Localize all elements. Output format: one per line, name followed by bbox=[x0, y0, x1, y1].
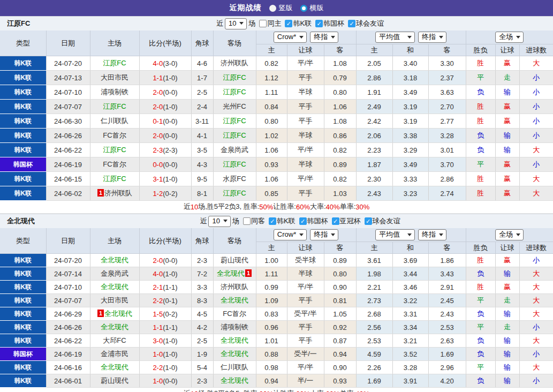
away-team-cell: 江原FC bbox=[213, 129, 256, 143]
checkbox-unchecked-icon[interactable]: ✓ bbox=[259, 20, 267, 27]
odds-cell: 0.89 bbox=[324, 157, 356, 172]
odds-cell: 3.49 bbox=[392, 157, 428, 172]
odds-cell: 2.42 bbox=[356, 114, 392, 129]
checkbox-checked-icon[interactable]: ✓ bbox=[315, 20, 323, 27]
checkbox-checked-icon[interactable]: ✓ bbox=[269, 217, 276, 225]
home-team-cell: 1全北现代 bbox=[90, 307, 139, 321]
type-cell: 韩K联 bbox=[0, 143, 46, 157]
half-time-score: (0-0) bbox=[163, 88, 177, 96]
score-cell: 2-2(0-1) bbox=[139, 294, 191, 307]
result-cell: 赢 bbox=[495, 100, 519, 114]
filter-checkbox-3[interactable]: ✓亚冠杯 bbox=[332, 216, 361, 226]
half-time-score: (0-0) bbox=[163, 132, 177, 140]
crow-select-value: Crow* bbox=[277, 33, 296, 41]
result-cell: 胜 bbox=[466, 114, 495, 129]
crow-select[interactable]: Crow* bbox=[274, 32, 307, 43]
col-header-4: 角球 bbox=[191, 228, 213, 254]
away-team-cell: 蔚山现代 bbox=[213, 254, 256, 267]
checkbox-label: 韩国杯 bbox=[307, 216, 328, 226]
date-cell: 24-06-16 bbox=[46, 361, 90, 374]
filter-checkbox-4[interactable]: ✓球会友谊 bbox=[365, 216, 400, 226]
result-cell: 输 bbox=[495, 361, 519, 374]
score-cell: 1-2(0-2) bbox=[139, 186, 191, 201]
filter-checkbox-2[interactable]: ✓韩国杯 bbox=[315, 19, 344, 28]
score-cell: 4-0(1-0) bbox=[139, 267, 191, 281]
radio-vertical-icon[interactable] bbox=[269, 5, 276, 12]
odds-cell: 3.61 bbox=[356, 254, 392, 267]
filter-checkbox-1[interactable]: ✓韩K联 bbox=[269, 216, 296, 226]
average-select[interactable]: 平均值 bbox=[375, 32, 415, 43]
radio-option-vertical[interactable]: 竖版 bbox=[269, 3, 293, 13]
score-cell: 3-1(1-0) bbox=[139, 172, 191, 186]
checkbox-checked-icon[interactable]: ✓ bbox=[365, 217, 372, 225]
radio-horizontal-icon[interactable] bbox=[300, 5, 307, 12]
result-cell: 小 bbox=[519, 374, 553, 388]
score-cell: 0-1(0-0) bbox=[139, 114, 191, 129]
odds-cell: 4.59 bbox=[356, 348, 392, 361]
checkbox-unchecked-icon[interactable]: ✓ bbox=[243, 217, 251, 225]
games-count-select[interactable]: 10 bbox=[225, 18, 247, 29]
odds-cell: 3.69 bbox=[392, 254, 428, 267]
result-cell: 赢 bbox=[495, 157, 519, 172]
result-cell: 赢 bbox=[495, 254, 519, 267]
full-match-select[interactable]: 全场 bbox=[495, 32, 524, 43]
checkbox-checked-icon[interactable]: ✓ bbox=[332, 217, 339, 225]
away-team-cell: 济州联队 bbox=[213, 56, 256, 71]
away-team-cell: 全北现代 bbox=[213, 294, 256, 307]
home-team-name: 江原FC bbox=[103, 175, 126, 183]
summary-label: 近 bbox=[184, 202, 191, 212]
result-cell: 负 bbox=[466, 334, 495, 348]
odds-cell: 2.73 bbox=[356, 294, 392, 307]
odds-cell: 0.82 bbox=[256, 56, 287, 71]
full-time-score: 3-1 bbox=[153, 175, 163, 183]
summary-value: 10 bbox=[191, 390, 198, 392]
radio-option-horizontal[interactable]: 横版 bbox=[300, 3, 324, 13]
filter-checkbox-0[interactable]: ✓同客 bbox=[243, 216, 265, 226]
filter-bar: 江原FC近10场✓同主✓韩K联✓韩国杯✓球会友谊 bbox=[0, 16, 553, 31]
checkbox-checked-icon[interactable]: ✓ bbox=[348, 20, 355, 27]
home-team-cell: 大田市民 bbox=[90, 71, 139, 85]
summary-value: 10 bbox=[191, 203, 198, 211]
full-time-score: 2-3 bbox=[153, 146, 163, 154]
odds-cell: 3.43 bbox=[428, 267, 466, 281]
match-row: 韩K联24-06-291全北现代1-5(0-2)4-5FC首尔0.83受平/半1… bbox=[0, 307, 553, 321]
result-cell: 负 bbox=[466, 85, 495, 100]
full-match-select[interactable]: 全场 bbox=[495, 229, 524, 240]
odds-cell: 0.87 bbox=[324, 334, 356, 348]
full-time-score: 1-2 bbox=[153, 190, 163, 198]
home-team-cell: 大邱FC bbox=[90, 334, 139, 348]
summary-label: 让胜率: bbox=[273, 202, 296, 212]
result-cell: 小 bbox=[519, 71, 553, 85]
date-cell: 24-06-01 bbox=[46, 374, 90, 388]
final-odds-select-2[interactable]: 终指 bbox=[418, 32, 446, 43]
odds-cell: 1.03 bbox=[324, 186, 356, 201]
odds-col-header-2-0: 胜负 bbox=[466, 44, 495, 56]
games-count-select[interactable]: 10 bbox=[208, 216, 230, 227]
odds-cell: 平/半 bbox=[287, 56, 324, 71]
checkbox-checked-icon[interactable]: ✓ bbox=[299, 217, 307, 225]
summary-label: 让胜率: bbox=[273, 389, 296, 392]
result-cell: 小 bbox=[519, 114, 553, 129]
checkbox-label: 同主 bbox=[267, 19, 281, 28]
result-cell: 大 bbox=[519, 334, 553, 348]
half-time-score: (2-3) bbox=[163, 146, 177, 154]
final-odds-select-1[interactable]: 终指 bbox=[310, 229, 338, 240]
filter-checkbox-2[interactable]: ✓韩国杯 bbox=[299, 216, 328, 226]
filter-checkbox-0[interactable]: ✓同主 bbox=[259, 19, 281, 28]
odds-col-header-1-2: 客 bbox=[428, 242, 466, 254]
filter-checkbox-1[interactable]: ✓韩K联 bbox=[285, 19, 312, 28]
filter-checkbox-3[interactable]: ✓球会友谊 bbox=[348, 19, 384, 28]
crow-select[interactable]: Crow* bbox=[274, 229, 307, 240]
final-odds-select-2[interactable]: 终指 bbox=[418, 229, 446, 240]
final-odds-select-1[interactable]: 终指 bbox=[310, 32, 338, 43]
average-select[interactable]: 平均值 bbox=[375, 229, 415, 240]
col-header-2: 主场 bbox=[90, 31, 139, 56]
corner-cell: 4-3 bbox=[191, 157, 213, 172]
odds-cell: 3.38 bbox=[392, 129, 428, 143]
checkbox-checked-icon[interactable]: ✓ bbox=[285, 20, 292, 27]
odds-cell: 3.63 bbox=[428, 85, 466, 100]
away-team-cell: 江原FC bbox=[213, 157, 256, 172]
full-time-score: 4-0 bbox=[153, 270, 163, 278]
result-cell: 大 bbox=[519, 294, 553, 307]
checkbox-label: 韩国杯 bbox=[323, 19, 344, 28]
